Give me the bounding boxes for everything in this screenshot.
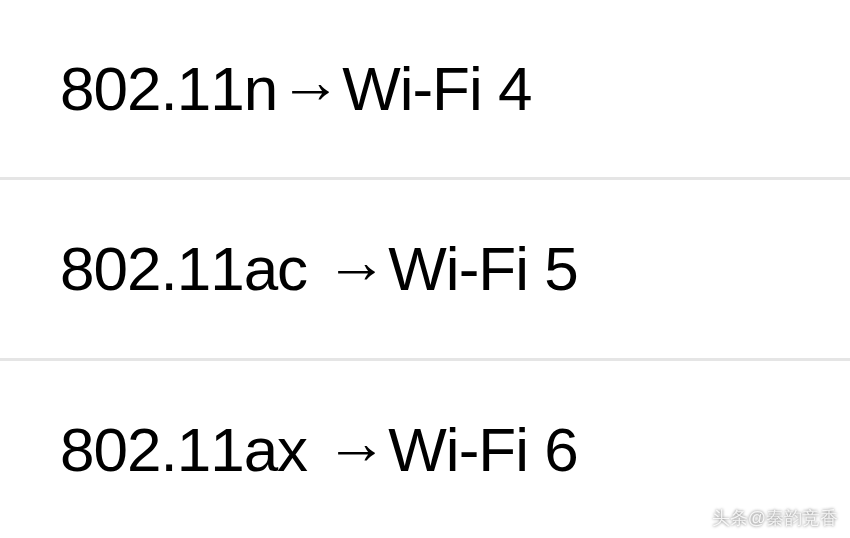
wifi-standard-label: 802.11n→Wi-Fi 4 [60, 53, 531, 124]
ieee-standard: 802.11n [60, 54, 277, 123]
wifi-standards-list: 802.11n→Wi-Fi 4 802.11ac →Wi-Fi 5 802.11… [0, 0, 850, 538]
wifi-standard-label: 802.11ac →Wi-Fi 5 [60, 233, 578, 304]
arrow-icon: → [325, 233, 386, 304]
arrow-icon: → [279, 53, 340, 124]
list-item: 802.11ac →Wi-Fi 5 [0, 180, 850, 360]
wifi-name: Wi-Fi 5 [388, 234, 577, 303]
wifi-name: Wi-Fi 4 [342, 54, 531, 123]
list-item: 802.11ax →Wi-Fi 6 [0, 361, 850, 538]
list-item: 802.11n→Wi-Fi 4 [0, 0, 850, 180]
ieee-standard: 802.11ax [60, 415, 323, 484]
wifi-name: Wi-Fi 6 [388, 415, 577, 484]
ieee-standard: 802.11ac [60, 234, 323, 303]
wifi-standard-label: 802.11ax →Wi-Fi 6 [60, 414, 578, 485]
arrow-icon: → [325, 414, 386, 485]
